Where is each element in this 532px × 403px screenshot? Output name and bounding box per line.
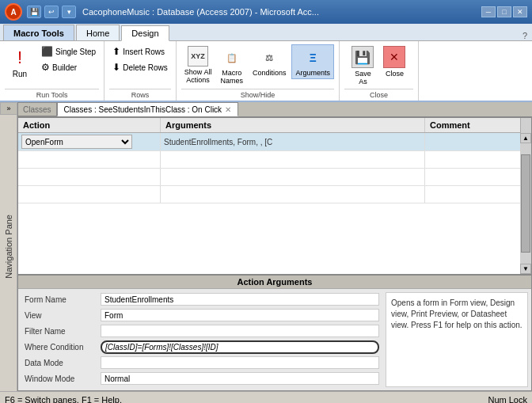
single-step-button[interactable]: ⬛ Single Step [38, 44, 99, 59]
tab-macro-tools[interactable]: Macro Tools [3, 25, 74, 40]
conditions-button[interactable]: ⚖ Conditions [249, 44, 291, 79]
args-table: Form Name StudentEnrollments View Form F… [21, 292, 379, 387]
scroll-thumb[interactable] [521, 154, 530, 253]
args-row-datamode: Data Mode [21, 355, 379, 370]
args-cell: StudentEnrollments, Form, , [C [161, 133, 425, 150]
action-cell-empty3[interactable] [18, 186, 161, 203]
macro-table-header: Action Arguments Comment [18, 118, 531, 133]
view-label: View [21, 310, 101, 321]
window-mode-value[interactable]: Normal [101, 372, 379, 385]
macro-header-row: Action Arguments Comment [18, 118, 520, 133]
show-all-label: Show AllActions [184, 68, 212, 84]
action-cell[interactable]: OpenForm [18, 133, 161, 150]
comment-cell-empty[interactable] [425, 151, 520, 168]
view-value[interactable]: Form [101, 309, 379, 321]
action-cell-empty[interactable] [18, 151, 161, 168]
tab-main-label: Classes : SeeStudentsInThisClass : On Cl… [64, 105, 222, 114]
close-group-label: Close [344, 89, 413, 101]
close-ribbon-label: Close [386, 70, 404, 78]
show-all-actions-button[interactable]: XYZ Show AllActions [181, 44, 215, 86]
macro-table-scrollbar[interactable]: ▲ ▼ [520, 133, 531, 274]
args-row-where: Where Condition [ClassID]=[Forms]![Class… [21, 340, 379, 354]
scroll-up-arrow[interactable]: ▲ [520, 133, 531, 143]
tab-classes[interactable]: Classes [17, 102, 57, 116]
comment-cell[interactable] [425, 133, 520, 150]
status-right: Num Lock [488, 395, 527, 404]
where-condition-value[interactable]: [ClassID]=[Forms]![Classes]![ID] [101, 340, 379, 354]
scroll-down-arrow[interactable]: ▼ [520, 264, 531, 274]
window-mode-label: Window Mode [21, 374, 101, 384]
status-bar: F6 = Switch panes. F1 = Help. Num Lock [0, 391, 532, 403]
close-button[interactable]: ✕ Close [380, 44, 408, 79]
where-condition-label: Where Condition [21, 342, 101, 352]
close-btn[interactable]: ✕ [513, 6, 527, 17]
arguments-icon: Ξ [303, 47, 322, 69]
action-args-header: Action Arguments [18, 276, 531, 289]
col-header-action: Action [18, 118, 161, 132]
tab-design[interactable]: Design [121, 25, 169, 41]
show-hide-group-label: Show/Hide [181, 89, 334, 101]
title-bar: A 💾 ↩ ▾ CacophoneMusic : Database (Acces… [0, 0, 532, 24]
single-step-label: Single Step [55, 48, 96, 56]
ribbon-group-rows: ⬆ Insert Rows ⬇ Delete Rows Rows [104, 41, 177, 101]
quick-undo-btn[interactable]: ↩ [44, 6, 59, 18]
quick-save-btn[interactable]: 💾 [27, 6, 41, 18]
run-col-btns: ⬛ Single Step ⚙ Builder [38, 44, 99, 74]
form-name-value[interactable]: StudentEnrollments [101, 293, 379, 306]
tab-home[interactable]: Home [76, 25, 120, 40]
comment-cell-empty3[interactable] [425, 186, 520, 203]
run-icon: ! [9, 47, 31, 69]
macro-editor: Action Arguments Comment OpenForm [17, 117, 532, 391]
args-cell-empty [161, 151, 425, 168]
insert-rows-icon: ⬆ [112, 46, 120, 57]
action-description: Opens a form in Form view, Design view, … [386, 292, 528, 387]
table-row[interactable]: OpenForm StudentEnrollments, Form, , [C [18, 133, 520, 151]
table-row[interactable] [18, 151, 520, 169]
ribbon-group-close: 💾 SaveAs ✕ Close Close [340, 41, 419, 101]
table-row[interactable] [18, 169, 520, 186]
status-left: F6 = Switch panes. F1 = Help. [5, 395, 122, 404]
args-row-filter: Filter Name [21, 324, 379, 338]
ribbon-help-btn[interactable]: ? [518, 31, 532, 40]
rows-group-content: ⬆ Insert Rows ⬇ Delete Rows [109, 44, 171, 87]
macro-names-icon: 📋 [222, 47, 241, 69]
delete-rows-label: Delete Rows [123, 63, 168, 72]
app-logo[interactable]: A [5, 3, 22, 21]
ribbon-group-run: ! Run ⬛ Single Step ⚙ Builder Run Tools [0, 41, 104, 101]
comment-cell-empty2[interactable] [425, 169, 520, 185]
rows-col-btns: ⬆ Insert Rows ⬇ Delete Rows [109, 44, 171, 74]
args-row-view: View Form [21, 308, 379, 322]
form-name-label: Form Name [21, 295, 101, 305]
macro-names-button[interactable]: 📋 MacroNames [216, 44, 247, 87]
conditions-icon: ⚖ [260, 47, 279, 69]
tab-close-icon[interactable]: ✕ [225, 105, 231, 114]
col-header-args: Arguments [161, 118, 425, 132]
conditions-label: Conditions [253, 69, 287, 77]
minimize-btn[interactable]: ─ [481, 6, 496, 17]
maximize-btn[interactable]: □ [497, 6, 511, 17]
quick-access-toolbar: 💾 ↩ ▾ [27, 6, 76, 18]
macro-table-body: OpenForm StudentEnrollments, Form, , [C [18, 133, 520, 274]
run-group-label: Run Tools [5, 89, 99, 101]
filter-name-value[interactable] [101, 325, 379, 337]
nav-pane-toggle[interactable]: » [0, 102, 17, 115]
save-as-button[interactable]: 💾 SaveAs [348, 44, 377, 87]
close-group-content: 💾 SaveAs ✕ Close [348, 44, 408, 87]
run-label: Run [13, 70, 27, 78]
arguments-button[interactable]: Ξ Arguments [291, 44, 334, 79]
insert-rows-label: Insert Rows [123, 48, 165, 56]
insert-rows-button[interactable]: ⬆ Insert Rows [109, 44, 171, 59]
args-row-formname: Form Name StudentEnrollments [21, 292, 379, 306]
data-mode-value[interactable] [101, 356, 379, 369]
builder-button[interactable]: ⚙ Builder [38, 60, 99, 74]
delete-rows-button[interactable]: ⬇ Delete Rows [109, 60, 171, 74]
builder-icon: ⚙ [41, 62, 50, 73]
action-cell-empty2[interactable] [18, 169, 161, 185]
action-select[interactable]: OpenForm [21, 135, 132, 149]
col-header-comment: Comment [425, 118, 520, 132]
run-button[interactable]: ! Run [5, 44, 35, 81]
quick-more-btn[interactable]: ▾ [62, 6, 76, 18]
ribbon: ! Run ⬛ Single Step ⚙ Builder Run Tools … [0, 41, 532, 102]
tab-main-macro[interactable]: Classes : SeeStudentsInThisClass : On Cl… [57, 102, 239, 116]
table-row[interactable] [18, 186, 520, 203]
